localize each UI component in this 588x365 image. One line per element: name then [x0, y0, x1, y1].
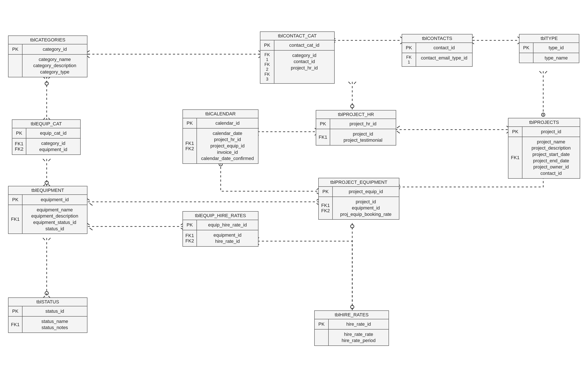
key-label — [520, 53, 534, 63]
pk-field: project_hr_id — [330, 119, 396, 129]
entity-projects: tblPROJECTS PK project_id FK1 project_na… — [508, 118, 580, 179]
entity-categories: tblCATEGORIES PK category_id category_na… — [8, 35, 88, 77]
attr-fields: equipment_id hire_rate_id — [197, 230, 258, 246]
key-label: PK — [183, 220, 197, 230]
key-label: FK1 FK2 — [319, 197, 333, 219]
entity-hire-rates: tblHIRE_RATES PK hire_rate_id hire_rate_… — [314, 310, 389, 346]
attr-fields: project_id equipment_id proj_equip_booki… — [333, 197, 399, 219]
key-label: PK — [402, 43, 416, 53]
entity-title: tblCONTACT_CAT — [260, 32, 334, 40]
erd-canvas: tblCATEGORIES PK category_id category_na… — [0, 0, 588, 365]
key-label: PK — [319, 187, 333, 197]
pk-field: project_id — [522, 127, 580, 137]
key-label: FK1 — [508, 137, 522, 178]
entity-type: tblTYPE PK type_id type_name — [519, 34, 579, 63]
entity-title: tblCATEGORIES — [8, 36, 87, 44]
key-label: FK 1 — [402, 53, 416, 66]
key-label: FK 1 FK 2 FK 3 — [260, 50, 274, 83]
entity-equipment: tblEQUIPMENT PK equipment_id FK1 equipme… — [8, 186, 88, 234]
key-label: PK — [8, 306, 22, 316]
entity-title: tblCALENDAR — [183, 110, 258, 118]
attr-fields: equipment_name equipment_description equ… — [22, 205, 87, 234]
entity-equip-hire-rates: tblEQUIP_HIRE_RATES PK equip_hire_rate_i… — [182, 211, 258, 247]
entity-title: tblTYPE — [520, 35, 579, 43]
pk-field: contact_cat_id — [274, 40, 334, 50]
entity-project-hr: tblPROJECT_HR PK project_hr_id FK1 proje… — [316, 110, 396, 146]
pk-field: equip_cat_id — [26, 128, 80, 138]
key-label: FK1 FK2 — [183, 128, 197, 163]
entity-calendar: tblCALENDAR PK calendar_id FK1 FK2 calen… — [182, 109, 258, 164]
svg-point-5 — [351, 305, 354, 309]
key-label: PK — [508, 127, 522, 137]
attr-fields: type_name — [534, 53, 579, 63]
attr-fields: project_id project_testimonial — [330, 129, 396, 145]
entity-title: tblPROJECTS — [508, 118, 580, 127]
key-label: PK — [8, 44, 22, 54]
attr-fields: project_name project_description project… — [522, 137, 580, 178]
pk-field: equipment_id — [22, 195, 87, 205]
attr-fields: contact_email_type_id — [416, 53, 472, 66]
key-label: PK — [260, 40, 274, 50]
pk-field: calendar_id — [197, 118, 258, 128]
key-label — [315, 330, 329, 345]
entity-contact-cat: tblCONTACT_CAT PK contact_cat_id FK 1 FK… — [260, 31, 335, 84]
pk-field: project_equip_id — [333, 187, 399, 197]
attr-fields: calendar_date project_hr_id project_equi… — [197, 128, 258, 163]
entity-title: tblCONTACTS — [402, 35, 472, 43]
pk-field: hire_rate_id — [329, 319, 389, 329]
entity-equip-cat: tblEQUIP_CAT PK equip_cat_id FK1 FK2 cat… — [12, 119, 81, 155]
entity-project-equipment: tblPROJECT_EQUIPMENT PK project_equip_id… — [318, 178, 399, 220]
key-label: PK — [520, 43, 534, 53]
pk-field: equip_hire_rate_id — [197, 220, 258, 230]
key-label: FK1 — [316, 129, 330, 145]
key-label: FK1 — [8, 316, 22, 332]
attr-fields: category_id contact_id project_hr_id — [274, 50, 334, 83]
entity-title: tblEQUIPMENT — [8, 186, 87, 195]
entity-title: tblEQUIP_HIRE_RATES — [183, 212, 258, 220]
key-label: FK1 — [8, 205, 22, 234]
entity-contacts: tblCONTACTS PK contact_id FK 1 contact_e… — [402, 34, 473, 67]
svg-point-4 — [541, 113, 545, 116]
entity-title: tblPROJECT_HR — [316, 111, 396, 119]
entity-title: tblPROJECT_EQUIPMENT — [319, 178, 399, 187]
attr-fields: category_id equipment_id — [26, 139, 80, 154]
svg-point-0 — [45, 82, 48, 85]
entity-title: tblEQUIP_CAT — [12, 120, 80, 128]
svg-point-3 — [351, 105, 354, 108]
svg-point-1 — [45, 181, 48, 184]
svg-point-2 — [45, 291, 48, 295]
key-label: FK1 FK2 — [12, 139, 26, 154]
attr-fields: hire_rate_rate hire_rate_period — [329, 330, 389, 345]
entity-title: tblHIRE_RATES — [315, 311, 389, 319]
key-label — [8, 55, 22, 77]
entity-title: tblSTATUS — [8, 298, 87, 306]
pk-field: contact_id — [416, 43, 472, 53]
attr-fields: status_name status_notes — [22, 316, 87, 332]
pk-field: status_id — [22, 306, 87, 316]
attr-fields: category_name category_description categ… — [22, 55, 87, 77]
pk-field: type_id — [534, 43, 579, 53]
entity-status: tblSTATUS PK status_id FK1 status_name s… — [8, 297, 88, 333]
svg-point-6 — [351, 225, 354, 228]
pk-field: category_id — [22, 44, 87, 54]
key-label: PK — [12, 128, 26, 138]
key-label: PK — [316, 119, 330, 129]
key-label: PK — [183, 118, 197, 128]
key-label: FK1 FK2 — [183, 230, 197, 246]
key-label: PK — [8, 195, 22, 205]
key-label: PK — [315, 319, 329, 329]
